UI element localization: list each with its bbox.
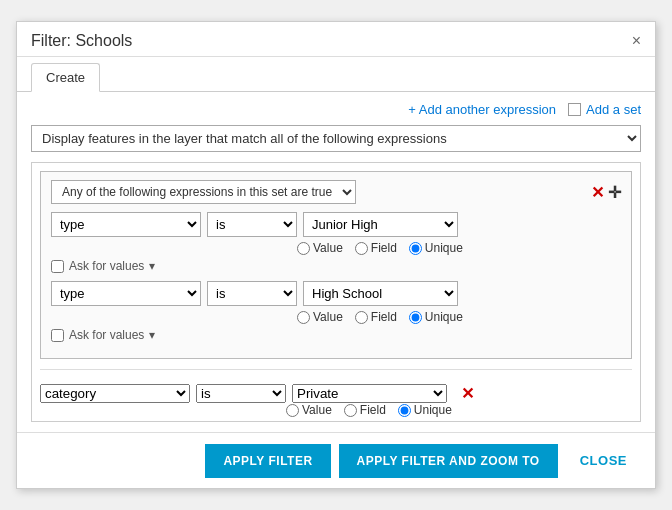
ask-filter-icon-outer: ▾: [138, 421, 144, 422]
outer-expr-icons: ✕: [453, 384, 474, 403]
add-expression-link[interactable]: Add another expression: [408, 102, 556, 117]
outer-expr-row: category is Private ✕: [40, 384, 632, 403]
ask-filter-icon-2: ▾: [149, 328, 155, 342]
ask-label-outer: Ask for values: [58, 421, 133, 422]
expr-op-2[interactable]: is: [207, 281, 297, 306]
apply-filter-zoom-button[interactable]: Apply Filter and Zoom To: [339, 444, 558, 478]
ask-checkbox-1[interactable]: [51, 260, 64, 273]
main-expression-select[interactable]: Display features in the layer that match…: [31, 125, 641, 152]
radio-row-outer: Value Field Unique: [286, 403, 632, 417]
expr-val-2[interactable]: High School: [303, 281, 458, 306]
separator: [40, 369, 632, 370]
outer-expr-op[interactable]: is: [196, 384, 286, 403]
radio-unique-outer[interactable]: Unique: [398, 403, 452, 417]
radio-value-1[interactable]: Value: [297, 241, 343, 255]
dialog-body: Add another expression Add a set Display…: [17, 92, 655, 432]
tab-create[interactable]: Create: [31, 63, 100, 92]
close-x-button[interactable]: ×: [632, 33, 641, 49]
main-dropdown-row: Display features in the layer that match…: [31, 125, 641, 152]
expr-op-1[interactable]: is: [207, 212, 297, 237]
ask-row-outer: Ask for values ▾: [40, 421, 632, 422]
ask-label-2: Ask for values: [69, 328, 144, 342]
outer-expr-field[interactable]: category: [40, 384, 190, 403]
close-button[interactable]: Close: [566, 443, 641, 478]
add-set-checkbox[interactable]: [568, 103, 581, 116]
radio-field-2[interactable]: Field: [355, 310, 397, 324]
set-logic-select[interactable]: Any of the following expressions in this…: [51, 180, 356, 204]
radio-field-1[interactable]: Field: [355, 241, 397, 255]
expr-field-1[interactable]: type: [51, 212, 201, 237]
top-actions: Add another expression Add a set: [31, 102, 641, 117]
dialog-header: Filter: Schools ×: [17, 22, 655, 57]
ask-row-2: Ask for values ▾: [51, 328, 621, 342]
filter-dialog: Filter: Schools × Create Add another exp…: [16, 21, 656, 489]
ask-row-1: Ask for values ▾: [51, 259, 621, 273]
set-icons: ✕ ✛: [591, 183, 621, 202]
radio-value-outer[interactable]: Value: [286, 403, 332, 417]
outer-expr-val[interactable]: Private: [292, 384, 447, 403]
tab-bar: Create: [17, 57, 655, 92]
radio-row-2: Value Field Unique: [297, 310, 621, 324]
ask-label-1: Ask for values: [69, 259, 144, 273]
ask-checkbox-2[interactable]: [51, 329, 64, 342]
radio-value-2[interactable]: Value: [297, 310, 343, 324]
radio-unique-1[interactable]: Unique: [409, 241, 463, 255]
dialog-title: Filter: Schools: [31, 32, 132, 50]
scrollable-content[interactable]: Any of the following expressions in this…: [31, 162, 641, 422]
expression-row-1: type is Junior High: [51, 212, 621, 237]
add-set-area[interactable]: Add a set: [568, 102, 641, 117]
ask-checkbox-outer[interactable]: [40, 422, 53, 423]
radio-unique-2[interactable]: Unique: [409, 310, 463, 324]
outer-expr-delete-icon[interactable]: ✕: [461, 384, 474, 403]
dialog-footer: Apply Filter Apply Filter and Zoom To Cl…: [17, 432, 655, 488]
set-header: Any of the following expressions in this…: [51, 180, 621, 204]
ask-filter-icon-1: ▾: [149, 259, 155, 273]
add-set-label: Add a set: [586, 102, 641, 117]
radio-row-1: Value Field Unique: [297, 241, 621, 255]
expr-field-2[interactable]: type: [51, 281, 201, 306]
set-delete-icon[interactable]: ✕: [591, 183, 604, 202]
expression-row-2: type is High School: [51, 281, 621, 306]
expr-val-1[interactable]: Junior High: [303, 212, 458, 237]
apply-filter-button[interactable]: Apply Filter: [205, 444, 330, 478]
set-container: Any of the following expressions in this…: [40, 171, 632, 359]
radio-field-outer[interactable]: Field: [344, 403, 386, 417]
outer-expression-section: category is Private ✕ Value: [40, 378, 632, 422]
set-move-icon[interactable]: ✛: [608, 183, 621, 202]
